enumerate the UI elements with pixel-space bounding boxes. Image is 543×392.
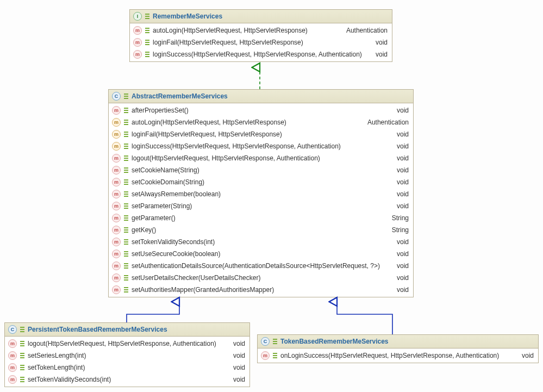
visibility-icon [124, 215, 128, 221]
method-icon: m [8, 351, 17, 360]
method-row: msetCookieName(String)void [109, 164, 413, 176]
method-icon: m [112, 250, 121, 258]
method-icon: m [133, 26, 142, 35]
method-signature: setCookieDomain(String) [132, 177, 387, 187]
method-row: mafterPropertiesSet()void [109, 104, 413, 116]
visibility-icon [20, 365, 24, 370]
return-type: void [390, 141, 409, 151]
visibility-icon [124, 251, 128, 257]
abstract-method-icon: m [112, 142, 121, 151]
visibility-icon [20, 327, 24, 332]
method-row: mloginSuccess(HttpServletRequest, HttpSe… [130, 48, 392, 60]
return-type: String [385, 213, 409, 223]
visibility-icon [20, 377, 24, 382]
method-signature: setSeriesLength(int) [28, 351, 223, 360]
visibility-icon [124, 120, 128, 125]
method-row: mloginFail(HttpServletRequest, HttpServl… [109, 128, 413, 140]
return-type: void [390, 177, 409, 187]
class-tokenbased: C TokenBasedRememberMeServices monLoginS… [257, 334, 539, 363]
class-rows: mafterPropertiesSet()voidmautoLogin(Http… [109, 103, 413, 297]
visibility-icon [20, 353, 24, 358]
method-icon: m [112, 166, 121, 175]
return-type: void [390, 261, 409, 271]
method-signature: loginFail(HttpServletRequest, HttpServle… [153, 38, 366, 47]
visibility-icon [124, 191, 128, 197]
return-type: void [390, 273, 409, 283]
method-row: mloginSuccess(HttpServletRequest, HttpSe… [109, 140, 413, 152]
method-row: msetTokenValiditySeconds(int)void [5, 374, 249, 385]
method-icon: m [261, 351, 270, 360]
return-type: void [390, 153, 409, 163]
class-title: C PersistentTokenBasedRememberMeServices [5, 323, 249, 337]
method-row: msetAlwaysRemember(boolean)void [109, 188, 413, 200]
method-icon: m [112, 178, 121, 186]
abstract-method-icon: m [112, 118, 121, 127]
method-signature: loginSuccess(HttpServletRequest, HttpSer… [153, 49, 366, 59]
abstract-method-icon: m [112, 130, 121, 139]
return-type: void [227, 351, 245, 360]
method-icon: m [112, 226, 121, 234]
visibility-icon [273, 353, 277, 358]
method-row: monLoginSuccess(HttpServletRequest, Http… [258, 350, 538, 362]
method-signature: logout(HttpServletRequest, HttpServletRe… [132, 153, 387, 163]
method-signature: setCookieName(String) [132, 165, 387, 175]
method-icon: m [112, 106, 121, 115]
visibility-icon [145, 28, 149, 33]
method-icon: m [112, 262, 121, 270]
method-row: mlogout(HttpServletRequest, HttpServletR… [109, 152, 413, 164]
visibility-icon [124, 227, 128, 233]
method-signature: setUseSecureCookie(boolean) [132, 249, 387, 259]
method-signature: setAuthenticationDetailsSource(Authentic… [132, 261, 387, 271]
class-rows: mlogout(HttpServletRequest, HttpServletR… [5, 337, 249, 387]
method-row: mautoLogin(HttpServletRequest, HttpServl… [130, 24, 392, 36]
method-icon: m [8, 375, 17, 384]
method-signature: setAuthoritiesMapper(GrantedAuthoritiesM… [132, 285, 387, 295]
method-signature: setTokenValiditySeconds(int) [28, 375, 223, 384]
return-type: void [227, 339, 245, 349]
method-row: mloginFail(HttpServletRequest, HttpServl… [130, 36, 392, 48]
visibility-icon [20, 341, 24, 346]
visibility-icon [124, 132, 128, 137]
method-signature: autoLogin(HttpServletRequest, HttpServle… [132, 117, 358, 127]
visibility-icon [124, 108, 128, 113]
class-icon: C [261, 337, 270, 346]
class-rows: monLoginSuccess(HttpServletRequest, Http… [258, 349, 538, 363]
method-icon: m [112, 285, 121, 294]
method-row: msetTokenValiditySeconds(int)void [109, 236, 413, 248]
method-icon: m [112, 238, 121, 246]
class-icon: C [8, 325, 17, 334]
visibility-icon [124, 275, 128, 281]
return-type: void [390, 189, 409, 199]
method-row: msetCookieDomain(String)void [109, 176, 413, 188]
method-icon: m [112, 154, 121, 163]
method-row: msetAuthoritiesMapper(GrantedAuthorities… [109, 284, 413, 296]
visibility-icon [124, 239, 128, 245]
return-type: void [390, 105, 409, 115]
class-persistenttoken: C PersistentTokenBasedRememberMeServices… [4, 322, 250, 387]
method-row: msetUserDetailsChecker(UserDetailsChecke… [109, 272, 413, 284]
interface-icon: I [133, 12, 142, 21]
return-type: void [390, 237, 409, 247]
class-abstractremembermeservices: C AbstractRememberMeServices mafterPrope… [108, 89, 414, 297]
method-row: mlogout(HttpServletRequest, HttpServletR… [5, 338, 249, 350]
visibility-icon [124, 263, 128, 269]
method-row: mautoLogin(HttpServletRequest, HttpServl… [109, 116, 413, 128]
method-icon: m [8, 339, 17, 348]
class-title: C AbstractRememberMeServices [109, 90, 413, 103]
interface-remembermeservices: I RememberMeServices mautoLogin(HttpServ… [129, 9, 392, 62]
extends-connector-token [337, 302, 392, 334]
method-row: mgetParameter()String [109, 212, 413, 224]
visibility-icon [124, 167, 128, 173]
visibility-icon [124, 287, 128, 293]
return-type: void [227, 375, 245, 384]
method-row: msetParameter(String)void [109, 200, 413, 212]
method-row: msetUseSecureCookie(boolean)void [109, 248, 413, 260]
class-name: PersistentTokenBasedRememberMeServices [28, 326, 167, 333]
visibility-icon [145, 52, 149, 57]
method-signature: setUserDetailsChecker(UserDetailsChecker… [132, 273, 387, 283]
method-row: mgetKey()String [109, 224, 413, 236]
interface-name: RememberMeServices [153, 13, 222, 20]
method-icon: m [133, 50, 142, 59]
method-signature: loginFail(HttpServletRequest, HttpServle… [132, 129, 387, 139]
class-name: TokenBasedRememberMeServices [280, 338, 389, 345]
